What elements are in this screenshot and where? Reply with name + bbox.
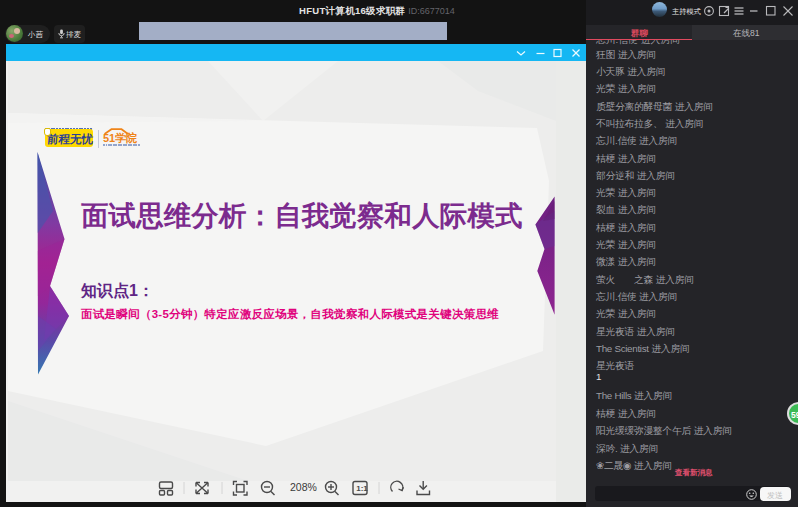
svg-text:208%: 208% xyxy=(290,481,317,493)
svg-text:1:1: 1:1 xyxy=(356,484,368,493)
